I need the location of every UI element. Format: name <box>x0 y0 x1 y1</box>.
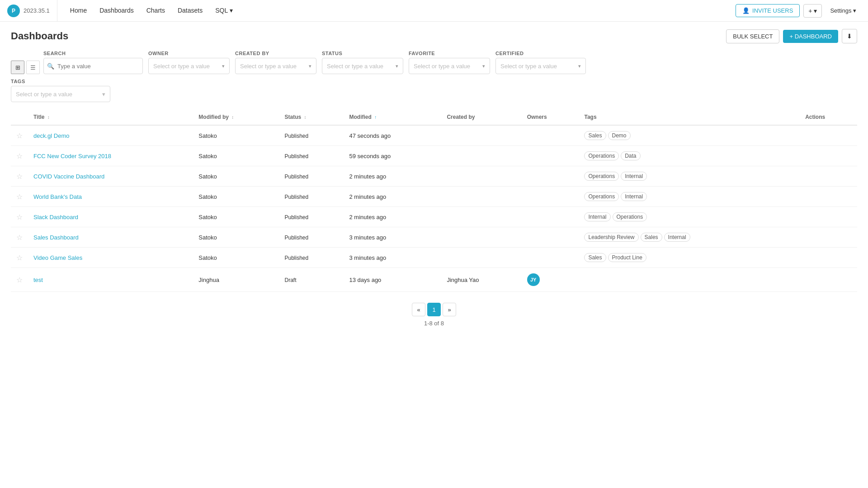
tag-pill: Leadership Review <box>584 233 638 242</box>
actions-cell <box>800 227 857 248</box>
list-view-button[interactable]: ☰ <box>26 61 40 74</box>
actions-cell <box>800 125 857 146</box>
modified-by-sort-icon: ↕ <box>231 115 234 120</box>
dashboard-title-link[interactable]: World Bank's Data <box>33 193 82 200</box>
search-label: SEARCH <box>43 51 143 56</box>
dashboard-title-link[interactable]: deck.gl Demo <box>33 132 69 139</box>
modified-by-cell: Jinghua <box>193 268 279 292</box>
actions-cell <box>800 268 857 292</box>
view-toggles: ⊞ ☰ <box>11 61 40 74</box>
favorite-star-button[interactable]: ☆ <box>16 172 23 181</box>
favorite-star-button[interactable]: ☆ <box>16 192 23 201</box>
nav-links: Home Dashboards Charts Datasets SQL ▾ <box>57 0 245 21</box>
favorite-star-button[interactable]: ☆ <box>16 213 23 221</box>
nav-charts[interactable]: Charts <box>141 0 170 21</box>
page-1-button[interactable]: 1 <box>427 303 441 316</box>
grid-view-button[interactable]: ⊞ <box>11 61 24 74</box>
owner-select[interactable]: Select or type a value ▾ <box>148 58 230 74</box>
dashboard-title-link[interactable]: Slack Dashboard <box>33 214 78 221</box>
tags-cell: Leadership ReviewSalesInternal <box>579 227 800 248</box>
status-cell: Published <box>279 146 344 166</box>
status-select[interactable]: Select or type a value ▾ <box>322 58 403 74</box>
status-badge: Published <box>285 255 309 261</box>
favorite-star-button[interactable]: ☆ <box>16 276 23 284</box>
owners-cell <box>522 166 579 187</box>
tags-cell: OperationsData <box>579 146 800 166</box>
download-button[interactable]: ⬇ <box>842 29 857 43</box>
nav-sql[interactable]: SQL ▾ <box>210 0 238 21</box>
search-input[interactable] <box>43 58 143 74</box>
page-header: Dashboards BULK SELECT + DASHBOARD ⬇ <box>0 22 868 47</box>
filters-area: ⊞ ☰ SEARCH 🔍 OWNER Select or type a valu… <box>0 47 868 109</box>
table-row: ☆Slack DashboardSatokoPublished2 minutes… <box>11 207 857 227</box>
nav-home[interactable]: Home <box>65 0 92 21</box>
th-status[interactable]: Status ↕ <box>279 109 344 125</box>
status-badge: Published <box>285 133 309 139</box>
search-input-wrap: 🔍 <box>43 58 143 74</box>
page-title: Dashboards <box>11 30 68 42</box>
tags-cell: OperationsInternal <box>579 166 800 187</box>
certified-select[interactable]: Select or type a value ▾ <box>495 58 586 74</box>
table-row: ☆Video Game SalesSatokoPublished3 minute… <box>11 248 857 268</box>
th-favorite <box>11 109 28 125</box>
dashboard-title-link[interactable]: FCC New Coder Survey 2018 <box>33 153 111 160</box>
modified-cell: 13 days ago <box>344 268 442 292</box>
th-title[interactable]: Title ↕ <box>28 109 193 125</box>
logo-area: P 2023.35.1 <box>7 0 57 21</box>
settings-button[interactable]: Settings ▾ <box>826 5 861 17</box>
nav-datasets[interactable]: Datasets <box>172 0 208 21</box>
modified-cell: 2 minutes ago <box>344 166 442 187</box>
owner-label: OWNER <box>148 51 230 56</box>
created-by-cell <box>441 248 521 268</box>
owners-cell <box>522 207 579 227</box>
tags-cell: InternalOperations <box>579 207 800 227</box>
created-by-select[interactable]: Select or type a value ▾ <box>235 58 316 74</box>
view-search-group: ⊞ ☰ SEARCH 🔍 <box>11 51 143 74</box>
status-filter-group: STATUS Select or type a value ▾ <box>322 51 403 74</box>
dashboard-title-link[interactable]: Video Game Sales <box>33 254 82 261</box>
th-created-by: Created by <box>441 109 521 125</box>
prev-page-button[interactable]: « <box>412 303 425 316</box>
dashboard-title-link[interactable]: COVID Vaccine Dashboard <box>33 173 104 180</box>
status-badge: Published <box>285 194 309 200</box>
nav-dashboards[interactable]: Dashboards <box>94 0 139 21</box>
tags-chevron-icon: ▾ <box>102 91 105 98</box>
table-row: ☆World Bank's DataSatokoPublished2 minut… <box>11 187 857 207</box>
actions-cell <box>800 248 857 268</box>
created-by-label: CREATED BY <box>235 51 316 56</box>
created-by-cell <box>441 227 521 248</box>
tag-pill: Operations <box>613 212 647 221</box>
title-sort-icon: ↕ <box>47 115 50 120</box>
dashboard-title-link[interactable]: test <box>33 277 43 283</box>
favorite-select[interactable]: Select or type a value ▾ <box>409 58 490 74</box>
tags-cell: OperationsInternal <box>579 187 800 207</box>
pagination-info: 1-8 of 8 <box>0 320 868 330</box>
status-chevron-icon: ▾ <box>396 63 398 69</box>
th-modified-by[interactable]: Modified by ↕ <box>193 109 279 125</box>
bulk-select-button[interactable]: BULK SELECT <box>726 29 779 43</box>
favorite-star-button[interactable]: ☆ <box>16 233 23 242</box>
tag-pill: Internal <box>621 172 647 181</box>
tag-pill: Sales <box>584 131 606 140</box>
favorite-star-button[interactable]: ☆ <box>16 253 23 262</box>
dashboard-title-link[interactable]: Sales Dashboard <box>33 234 79 241</box>
status-cell: Published <box>279 227 344 248</box>
tags-select[interactable]: Select or type a value ▾ <box>11 86 110 102</box>
sql-dropdown-icon: ▾ <box>230 7 233 14</box>
modified-cell: 3 minutes ago <box>344 227 442 248</box>
favorite-star-button[interactable]: ☆ <box>16 152 23 160</box>
table-row: ☆testJinghuaDraft13 days agoJinghua YaoJ… <box>11 268 857 292</box>
filters-row-1: ⊞ ☰ SEARCH 🔍 OWNER Select or type a valu… <box>11 51 857 74</box>
add-dashboard-button[interactable]: + DASHBOARD <box>783 30 838 43</box>
next-page-button[interactable]: » <box>443 303 456 316</box>
plus-menu-button[interactable]: + ▾ <box>803 4 822 18</box>
actions-cell <box>800 207 857 227</box>
status-sort-icon: ↕ <box>304 115 307 120</box>
favorite-star-button[interactable]: ☆ <box>16 131 23 140</box>
th-modified[interactable]: Modified ↑ <box>344 109 442 125</box>
invite-users-button[interactable]: 👤 INVITE USERS <box>736 4 800 17</box>
created-by-chevron-icon: ▾ <box>309 63 311 69</box>
status-cell: Published <box>279 248 344 268</box>
avatar: JY <box>527 273 540 286</box>
tag-pill: Demo <box>608 131 631 140</box>
